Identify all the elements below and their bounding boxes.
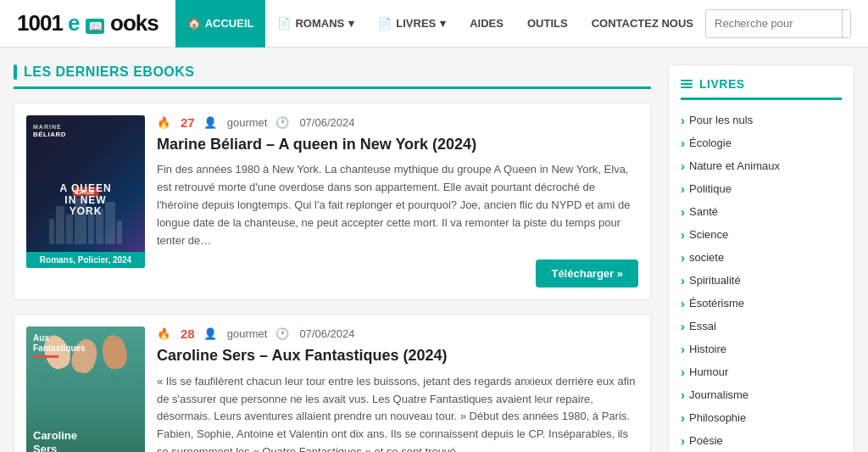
sidebar-item[interactable]: Humour (681, 360, 842, 383)
clock-icon: 🕐 (275, 116, 289, 129)
file-icon: 📄 (277, 17, 291, 30)
nav-livres[interactable]: 📄 LIVRES ▾ (366, 0, 458, 47)
sidebar-item[interactable]: Poésie (681, 429, 842, 452)
sidebar-item[interactable]: Ésotérisme (681, 292, 842, 315)
book-meta-2: 🔥 28 👤 gourmet 🕐 07/06/2024 Caroline Ser… (157, 326, 638, 452)
clock-icon-2: 🕐 (275, 327, 289, 340)
book-card: Marine Béliard GRUB A QUEENIN NEWYORK (14, 103, 651, 300)
book-author: gourmet (227, 116, 268, 129)
logo[interactable]: 1001 e 📖 ooks (17, 10, 159, 36)
book-number: 27 (181, 115, 195, 130)
home-icon: 🏠 (187, 17, 201, 30)
logo-book-icon: 📖 (86, 19, 104, 34)
section-title: LES DERNIERS EBOOKS (14, 64, 651, 89)
chevron-down-icon2: ▾ (440, 17, 446, 30)
sidebar-item[interactable]: Pour les nuls (681, 109, 842, 131)
search-input[interactable] (706, 17, 842, 30)
book-description-1: Fin des années 1980 à New York. La chant… (157, 161, 638, 249)
sidebar-title: LIVRES (681, 77, 842, 100)
sidebar-item[interactable]: Écologie (681, 131, 842, 154)
book-cover-2: AuxFantastiques CarolineSers Romans, Lit… (26, 326, 145, 452)
book-card-2: AuxFantastiques CarolineSers Romans, Lit… (14, 314, 651, 452)
sidebar-item[interactable]: Santé (681, 200, 842, 223)
sidebar-item[interactable]: Journalisme (681, 383, 842, 406)
sidebar-list: Pour les nulsÉcologieNature et AnimauxPo… (681, 109, 842, 452)
sidebar-section: LIVRES Pour les nulsÉcologieNature et An… (668, 64, 854, 452)
nav-accueil[interactable]: 🏠 ACCUEIL (175, 0, 266, 47)
sidebar-item[interactable]: Spiritualité (681, 269, 842, 292)
book-meta-1: 🔥 27 👤 gourmet 🕐 07/06/2024 Marine Bélia… (157, 115, 638, 287)
sidebar-column: LIVRES Pour les nulsÉcologieNature et An… (668, 64, 854, 452)
nav-aides[interactable]: AIDES (458, 0, 515, 47)
main-nav: 🏠 ACCUEIL 📄 ROMANS ▾ 📄 LIVRES ▾ AIDES OU… (175, 0, 705, 47)
chevron-down-icon: ▾ (348, 17, 354, 30)
download-button-1[interactable]: Télécharger » (536, 259, 638, 287)
search-button[interactable]: 🔍 (842, 10, 851, 37)
sidebar-item[interactable]: societe (681, 246, 842, 269)
book-author-2: gourmet (227, 327, 268, 340)
book-title-2: Caroline Sers – Aux Fantastiques (2024) (157, 346, 638, 366)
sidebar-item[interactable]: Politique (681, 177, 842, 200)
nav-romans[interactable]: 📄 ROMANS ▾ (265, 0, 366, 47)
book-description-2: « Ils se faufilèrent chacun leur tour en… (157, 373, 638, 452)
book-actions-1: Télécharger » (157, 259, 638, 287)
user-icon: 👤 (203, 116, 217, 129)
logo-e: e (68, 10, 79, 36)
book-number-2: 28 (181, 326, 195, 341)
content-column: LES DERNIERS EBOOKS Marine Béliard (14, 64, 651, 452)
menu-bars-icon (681, 80, 693, 88)
search-wrapper: 🔍 (705, 9, 851, 38)
book-date: 07/06/2024 (299, 116, 354, 129)
sidebar-item[interactable]: Nature et Animaux (681, 154, 842, 177)
nav-contact[interactable]: CONTACTEZ NOUS (580, 0, 705, 47)
book-header-2: 🔥 28 👤 gourmet 🕐 07/06/2024 (157, 326, 638, 341)
book-header-1: 🔥 27 👤 gourmet 🕐 07/06/2024 (157, 115, 638, 130)
sidebar-item[interactable]: Histoire (681, 338, 842, 360)
file2-icon: 📄 (378, 17, 392, 30)
book-title-1: Marine Béliard – A queen in New York (20… (157, 135, 638, 154)
fire-icon-2: 🔥 (157, 327, 170, 340)
sidebar-item[interactable]: Science (681, 223, 842, 246)
sidebar-item[interactable]: Essai (681, 315, 842, 338)
main-container: LES DERNIERS EBOOKS Marine Béliard (0, 47, 868, 452)
book-cover-1: Marine Béliard GRUB A QUEENIN NEWYORK (26, 115, 145, 268)
user-icon-2: 👤 (203, 327, 217, 340)
nav-outils[interactable]: OUTILS (515, 0, 580, 47)
fire-icon: 🔥 (157, 116, 170, 129)
header: 1001 e 📖 ooks 🏠 ACCUEIL 📄 ROMANS ▾ 📄 LIV… (0, 0, 868, 47)
sidebar-item[interactable]: Philosophie (681, 406, 842, 429)
book-date-2: 07/06/2024 (299, 327, 354, 340)
